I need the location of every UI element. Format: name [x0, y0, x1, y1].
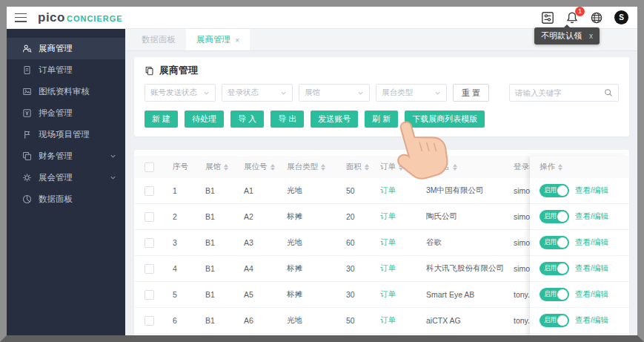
- cell-booth-type: 光地: [287, 178, 346, 203]
- view-edit-link[interactable]: 查看/编辑: [575, 315, 608, 326]
- enable-toggle[interactable]: 启用: [540, 314, 569, 327]
- enable-toggle[interactable]: 启用: [540, 236, 569, 249]
- header-label: 面积: [346, 162, 362, 172]
- cell-company: 谷歌: [426, 230, 514, 255]
- cell-hall: B1: [205, 204, 244, 229]
- row-checkbox[interactable]: [145, 238, 154, 248]
- enable-toggle[interactable]: 启用: [540, 210, 569, 223]
- enable-toggle[interactable]: 启用: [540, 288, 569, 301]
- header-booth[interactable]: 展位号: [244, 156, 287, 178]
- cell-order: 订单: [380, 256, 426, 281]
- order-link[interactable]: 订单: [380, 315, 396, 326]
- action-button-7[interactable]: 下载展商列表模版: [405, 111, 485, 128]
- action-buttons-row: 新 建待处理导 入导 出发送账号刷 新下载展商列表模版: [145, 111, 619, 128]
- ops-row: 启用查看/编辑: [530, 178, 629, 204]
- view-edit-link[interactable]: 查看/编辑: [575, 211, 608, 222]
- header-company[interactable]: 展商名: [426, 156, 514, 178]
- action-button-5[interactable]: 发送账号: [311, 111, 358, 128]
- notification-badge: 1: [575, 7, 585, 16]
- sidebar-item-dashboard[interactable]: 数据面板: [7, 188, 125, 210]
- sort-icon[interactable]: [453, 164, 457, 171]
- cell-area: 60: [346, 230, 380, 255]
- cell-booth: A5: [244, 282, 287, 307]
- header-order[interactable]: 订单: [380, 156, 426, 178]
- chevron-down-icon: [357, 90, 364, 96]
- row-select-cell: [145, 308, 173, 333]
- filter-select-3[interactable]: 展馆: [299, 84, 370, 102]
- enable-toggle[interactable]: 启用: [540, 262, 569, 275]
- enable-toggle[interactable]: 启用: [540, 184, 569, 197]
- order-link[interactable]: 订单: [380, 185, 396, 196]
- action-button-1[interactable]: 新 建: [145, 111, 178, 128]
- chevron-down-icon: [110, 153, 116, 160]
- language-globe-icon[interactable]: [590, 11, 603, 24]
- view-edit-link[interactable]: 查看/编辑: [575, 263, 608, 274]
- user-avatar[interactable]: S: [614, 10, 628, 24]
- sidebar-item-finance[interactable]: 财务管理: [7, 145, 125, 167]
- tab-dashboard[interactable]: 数据面板: [131, 29, 186, 50]
- expo-icon: [22, 173, 32, 182]
- sidebar-item-onsite[interactable]: 现场项目管理: [7, 124, 125, 145]
- onsite-icon: [22, 130, 32, 139]
- order-link[interactable]: 订单: [380, 211, 396, 222]
- action-button-3[interactable]: 导 入: [230, 111, 264, 128]
- sidebar-item-label: 订单管理: [39, 65, 73, 76]
- view-edit-link[interactable]: 查看/编辑: [575, 237, 608, 248]
- sort-icon[interactable]: [224, 164, 228, 171]
- select-all-checkbox[interactable]: [145, 162, 154, 172]
- claim-tooltip[interactable]: 不明款认领 x: [534, 27, 600, 45]
- ops-row: 启用查看/编辑: [530, 334, 629, 342]
- sidebar-item-drawing[interactable]: 图纸资料审核: [7, 81, 125, 102]
- order-link[interactable]: 订单: [380, 237, 396, 248]
- order-link[interactable]: 订单: [380, 289, 396, 300]
- sidebar-item-order[interactable]: 订单管理: [7, 59, 125, 81]
- header-hall[interactable]: 展馆: [205, 156, 244, 178]
- row-checkbox[interactable]: [145, 264, 154, 274]
- sidebar-item-deposit[interactable]: 押金管理: [7, 102, 125, 124]
- filter-select-4[interactable]: 展台类型: [376, 84, 447, 102]
- tab-label: 数据面板: [142, 34, 176, 45]
- action-button-6[interactable]: 刷 新: [365, 111, 398, 128]
- tab-exhibitor-management[interactable]: 展商管理 ×: [186, 29, 250, 50]
- cell-order: 订单: [380, 230, 426, 255]
- view-edit-link[interactable]: 查看/编辑: [575, 185, 608, 196]
- action-button-4[interactable]: 导 出: [270, 111, 304, 128]
- filter-card: 展商管理 账号发送状态登录状态展馆展台类型重 置 新 建待处理导 入导 出发送账…: [134, 57, 629, 137]
- sort-icon[interactable]: [365, 164, 369, 171]
- notification-bell-icon[interactable]: 1: [565, 11, 579, 24]
- header-area[interactable]: 面积: [346, 156, 380, 178]
- search-input[interactable]: [515, 88, 604, 97]
- ops-row: 启用查看/编辑: [530, 230, 629, 256]
- cell-booth: A4: [244, 256, 287, 281]
- tooltip-close-icon[interactable]: x: [589, 32, 593, 40]
- reset-button[interactable]: 重 置: [453, 84, 489, 102]
- sort-icon[interactable]: [270, 164, 275, 171]
- row-checkbox[interactable]: [145, 186, 154, 196]
- header-booth-type[interactable]: 展台类型: [287, 156, 346, 178]
- sort-icon[interactable]: [558, 164, 562, 171]
- view-edit-link[interactable]: 查看/编辑: [575, 289, 608, 300]
- sort-icon[interactable]: [399, 164, 403, 171]
- table-card: 序号 展馆 展位号 展台类型 面积 订单 展商名 登录名 1B1A1光地50订单…: [134, 150, 629, 342]
- hamburger-menu-icon[interactable]: [15, 13, 27, 22]
- row-checkbox[interactable]: [145, 316, 154, 326]
- sidebar-item-expo[interactable]: 展会管理: [7, 167, 125, 188]
- toggle-knob: [557, 289, 568, 300]
- cell-booth: A3: [244, 230, 287, 255]
- row-select-cell: [145, 230, 173, 255]
- filter-select-1[interactable]: 账号发送状态: [145, 84, 216, 102]
- filter-select-2[interactable]: 登录状态: [222, 84, 293, 102]
- order-link[interactable]: 订单: [380, 263, 396, 274]
- action-button-2[interactable]: 待处理: [185, 111, 224, 128]
- sort-icon[interactable]: [321, 164, 325, 171]
- cell-area: [346, 334, 380, 342]
- row-checkbox[interactable]: [145, 290, 154, 300]
- search-icon[interactable]: [604, 88, 613, 97]
- header-operations[interactable]: 操作: [530, 156, 629, 178]
- sidebar-item-exhibitor[interactable]: 展商管理: [7, 38, 125, 59]
- row-checkbox[interactable]: [145, 212, 154, 222]
- tab-close-icon[interactable]: ×: [235, 36, 239, 45]
- cell-hall: [205, 334, 244, 342]
- cell-area: 50: [346, 308, 380, 333]
- claims-panel-icon[interactable]: [541, 11, 554, 24]
